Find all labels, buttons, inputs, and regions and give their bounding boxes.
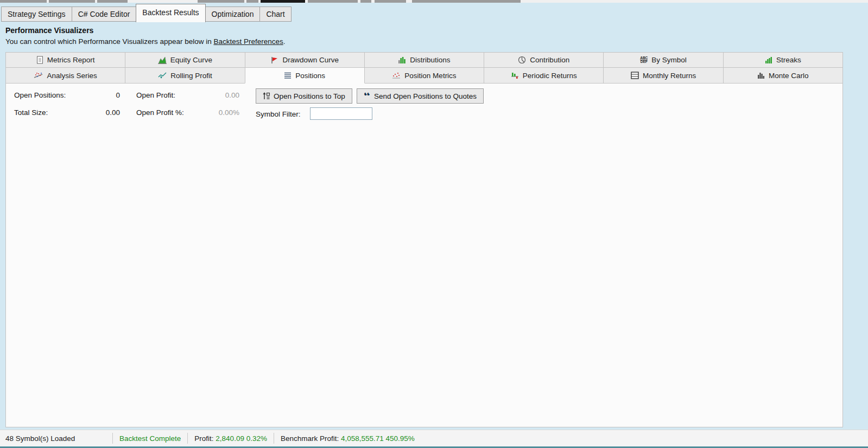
monthly-returns-icon (631, 72, 639, 79)
backtest-status: Backtest Complete (119, 434, 181, 443)
tab-code-editor[interactable]: C# Code Editor (72, 7, 137, 22)
status-divider (274, 433, 274, 444)
backtest-preferences-link[interactable]: Backtest Preferences (213, 37, 283, 46)
viz-tab-equity-curve[interactable]: Equity Curve (125, 52, 245, 68)
metrics-report-icon (36, 56, 43, 64)
send-open-positions-to-quotes-button[interactable]: “ Send Open Positions to Quotes (357, 88, 484, 104)
streaks-icon (765, 56, 772, 64)
tab-chart[interactable]: Chart (259, 7, 291, 22)
open-profit-pct-label: Open Profit %: (136, 108, 184, 117)
profit-status: Profit: 2,840.09 0.32% (194, 434, 267, 443)
by-symbol-icon: ABCDEF (640, 56, 648, 64)
open-profit-value: 0.00 (185, 91, 239, 99)
distributions-icon (398, 56, 406, 64)
status-divider (187, 433, 188, 444)
viz-tab-distributions[interactable]: Distributions (364, 52, 484, 68)
viz-tab-monthly-returns[interactable]: Monthly Returns (603, 67, 723, 84)
profit-status-value: 2,840.09 0.32% (216, 434, 267, 443)
total-size-label: Total Size: (14, 108, 48, 117)
symbol-filter-label: Symbol Filter: (256, 110, 301, 118)
viz-tab-periodic-returns[interactable]: Periodic Returns (484, 67, 604, 84)
open-positions-label: Open Positions: (14, 91, 66, 99)
main-tab-bar: Strategy Settings C# Code Editor Backtes… (1, 4, 291, 22)
positions-panel: Open Positions: 0 Open Profit: 0.00 Tota… (5, 83, 843, 427)
viz-tab-by-symbol[interactable]: ABCDEF By Symbol (603, 52, 723, 68)
analysis-series-icon (34, 72, 43, 79)
rolling-profit-icon (158, 72, 167, 79)
viz-tab-rolling-profit[interactable]: Rolling Profit (125, 67, 245, 84)
window-edge-strip (0, 0, 868, 3)
page-title: Performance Visualizers (5, 26, 93, 35)
contribution-icon (518, 56, 526, 64)
equity-curve-icon (158, 56, 167, 64)
tab-backtest-results[interactable]: Backtest Results (136, 4, 205, 22)
viz-tab-contribution[interactable]: Contribution (484, 52, 604, 68)
status-divider (112, 433, 113, 444)
viz-tab-drawdown-curve[interactable]: Drawdown Curve (245, 52, 365, 68)
viz-tab-metrics-report[interactable]: Metrics Report (5, 52, 125, 68)
viz-tab-position-metrics[interactable]: Position Metrics (364, 67, 484, 84)
open-positions-value: 0 (77, 91, 120, 99)
total-size-value: 0.00 (77, 108, 120, 117)
status-bar: 48 Symbol(s) Loaded Backtest Complete Pr… (0, 430, 868, 446)
positions-icon (284, 72, 292, 79)
move-to-top-icon (263, 92, 270, 100)
viz-tab-positions[interactable]: Positions (245, 67, 365, 84)
quotes-icon: “ (364, 93, 370, 100)
viz-tab-analysis-series[interactable]: Analysis Series (5, 67, 125, 84)
visualizer-tab-strip: Metrics Report Equity Curve Drawdown Cur… (5, 52, 843, 84)
page-subtitle: You can control which Performance Visual… (5, 37, 286, 46)
viz-tab-streaks[interactable]: Streaks (723, 52, 843, 68)
subtitle-text: You can control which Performance Visual… (5, 37, 213, 46)
position-metrics-icon (392, 72, 401, 79)
benchmark-profit-value: 4,058,555.71 450.95% (341, 434, 415, 443)
benchmark-profit-status: Benchmark Profit: 4,058,555.71 450.95% (281, 434, 415, 443)
monte-carlo-icon (757, 72, 765, 79)
drawdown-curve-icon (270, 56, 278, 64)
symbols-loaded-status: 48 Symbol(s) Loaded (5, 434, 106, 443)
open-positions-to-top-button[interactable]: Open Positions to Top (256, 88, 352, 104)
tab-optimization[interactable]: Optimization (205, 7, 261, 22)
periodic-returns-icon (511, 72, 519, 80)
open-profit-label: Open Profit: (136, 91, 175, 99)
tab-strategy-settings[interactable]: Strategy Settings (1, 7, 72, 22)
open-profit-pct-value: 0.00% (185, 108, 239, 117)
symbol-filter-input[interactable] (310, 107, 372, 120)
viz-tab-monte-carlo[interactable]: Monte Carlo (723, 67, 843, 84)
